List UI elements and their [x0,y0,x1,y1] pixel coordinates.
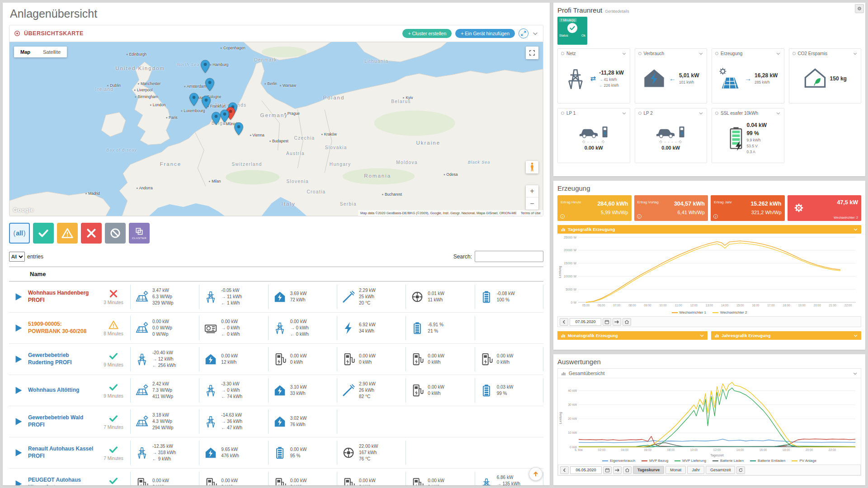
create-cluster-button[interactable]: + Cluster erstellen [402,29,452,38]
map-pin-blue[interactable] [201,95,211,109]
consumption-house-icon [642,67,666,90]
row-play-button[interactable] [9,479,28,485]
overall-chart-next-button[interactable] [613,466,622,474]
row-play-button[interactable] [9,292,28,302]
plant-name-link[interactable]: Renault Autohaus Kassel PROFI [28,446,97,460]
tab-gesamtzeit[interactable]: Gesamtzeit [706,466,736,474]
overall-chart-calendar-button[interactable] [603,466,612,474]
plant-name-link[interactable]: Wohnhaus Handenberg PROFI [28,290,97,304]
filter-error-button[interactable] [81,223,102,244]
row-play-button[interactable] [9,417,28,427]
plant-name-link[interactable]: Wohnhaus Altötting [28,387,97,394]
map-pin-blue[interactable] [220,109,230,123]
filter-warning-button[interactable] [57,223,78,244]
row-play-button[interactable] [9,354,28,364]
plant-name-link[interactable]: Gewerbebetrieb Ruderting PROFI [28,352,97,366]
charging-post-icon [678,126,686,138]
filter-ok-button[interactable] [33,223,54,244]
zoom-out-button[interactable]: − [526,197,538,210]
tab-jahr[interactable]: Jahr [687,466,704,474]
row-play-button[interactable] [9,448,28,458]
metric-cell: 0.00 kW0 kWh [406,347,474,371]
street-view-pegman[interactable] [526,161,538,174]
tile-value: 15.262 kWh [750,200,781,207]
map-land-shapes [9,42,543,216]
map-pin-blue[interactable] [200,60,210,73]
collapse-map-chevron-icon[interactable] [532,30,538,37]
row-play-button[interactable] [9,385,28,395]
year-chart-header[interactable]: Jahresgrafik Erzeugung [711,331,861,340]
overall-chart-date-field[interactable]: 06.05.2020 [570,466,602,474]
device-card-co2-ersparnis: CO2 Ersparnis150 kg [789,48,862,103]
day-chart-calendar-button[interactable] [603,318,611,326]
map-pin-blue[interactable] [234,122,244,136]
chevron-down-icon[interactable] [776,111,781,116]
search-input[interactable] [475,251,543,262]
svg-text:08:00: 08:00 [667,448,675,451]
day-chart-home-button[interactable] [623,318,631,326]
metric-values: -14.63 kW→ 36 kWh← 47 kWh [221,412,242,431]
chevron-down-icon[interactable] [622,111,627,116]
map-canvas[interactable]: United KingdomIrelandFranceGermanyPoland… [9,42,543,216]
day-chart-prev-button[interactable] [560,318,568,326]
overall-chart-prev-button[interactable] [560,466,569,474]
map-type-map-button[interactable]: Map [14,47,37,57]
table-row: Wohnhaus Altötting9 Minutes2.42 kW7.3 W/… [9,375,543,406]
info-icon[interactable]: i [560,214,565,219]
device-status-tile[interactable]: 7 Minute(s) Status Ok [557,17,587,45]
svg-text:Leistung: Leistung [559,412,562,424]
day-generation-chart: 0 W5000 W10000 W15000 W20000 W25000 W05:… [557,235,861,310]
card-primary-value: 0.00 kW [585,145,603,150]
metric-values: 0.00 kW→ 0 kWh← 0 kWh [221,319,240,338]
filter-all-button[interactable]: all [9,223,30,244]
plant-name-link[interactable]: PEUGEOT Autohaus Klagenfurt [28,477,97,485]
solar-generation-icon [718,67,741,90]
tab-tageskurve[interactable]: Tageskurve [633,466,664,474]
fullscreen-button[interactable] [526,47,538,59]
overall-chart-header[interactable]: Gesamtübersicht [558,369,861,378]
map-section-title: ÜBERSICHTSKARTE [24,30,84,37]
zoom-in-button[interactable]: + [526,185,538,197]
overall-chart-refresh-button[interactable] [736,466,745,474]
metric-cell: 0.00 kW95 % [268,441,337,465]
chevron-down-icon[interactable] [698,51,703,56]
terms-link[interactable]: Terms of Use [521,211,541,215]
plant-name-link[interactable]: Gewerbebetrieb Wald PROFI [28,414,97,428]
device-card-netz: Netz⇄-11,28 kW→ 41 kWh← 226 kWh [557,48,630,103]
last-update-minutes: 7 Minutes [104,425,123,430]
row-play-button[interactable] [9,323,28,333]
filter-cluster-button[interactable]: CLUSTER [129,223,150,244]
filter-offline-button[interactable] [105,223,126,244]
add-device-button[interactable]: + Ein Gerät hinzufügen [455,29,515,38]
expand-map-button[interactable] [519,28,528,38]
metric-values: 0.03 kW99 % [497,384,514,397]
metric-cell: -6.91 %21 % [406,316,474,340]
day-chart-next-button[interactable] [613,318,621,326]
map-pin-blue[interactable] [205,78,215,91]
card-status-dot [638,112,642,115]
yield-tile: Ertrag Heute284,60 kWh5,99 Wh/Wpi [557,195,632,221]
settings-gear-button[interactable] [855,4,864,13]
overall-chart-home-button[interactable] [623,466,632,474]
last-update-minutes: 9 Minutes [104,362,123,367]
search-label: Search: [453,253,472,260]
chevron-down-icon[interactable] [698,111,703,116]
status-minutes: 7 Minute(s) [559,18,577,22]
map-pin-blue[interactable] [189,93,199,106]
chevron-down-icon[interactable] [853,51,858,56]
chevron-down-icon[interactable] [622,51,627,56]
chevron-down-icon[interactable] [776,51,781,56]
map-pin-blue[interactable] [211,112,221,125]
entries-length-select[interactable]: All [9,252,25,262]
card-sub-value: 53.5 V [746,143,767,149]
month-chart-header[interactable]: Monatsgrafik Erzeugung [557,331,708,340]
day-chart-date-field[interactable]: 07.05.2020 [570,318,601,326]
info-icon[interactable]: i [637,214,642,219]
scroll-top-button[interactable] [529,467,542,481]
info-icon[interactable]: i [713,214,718,219]
day-chart-header[interactable]: Tagesgrafik Erzeugung [557,225,861,234]
plant-name-link[interactable]: 51909-00005: POWRBANK 30-60/208 [28,321,97,335]
row-status: 6 Minutes [97,476,130,485]
map-type-satellite-button[interactable]: Satellite [37,47,67,57]
tab-monat[interactable]: Monat [665,466,686,474]
